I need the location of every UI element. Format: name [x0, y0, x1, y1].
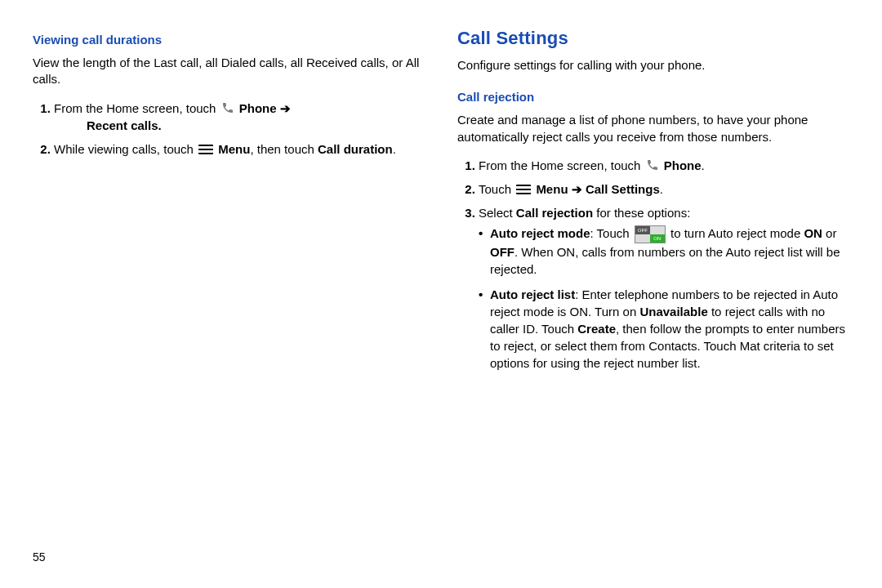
phone-icon [646, 158, 659, 172]
toggle-icon: OFF ON [635, 225, 666, 243]
step-2: While viewing calls, touch Menu, then to… [54, 140, 425, 158]
step2-text-c: , then touch [250, 142, 318, 156]
toggle-blank-bot [635, 234, 650, 243]
r3-b: Call rejection [516, 206, 593, 220]
b1-on: ON [804, 226, 822, 240]
b1-e: or [822, 226, 837, 240]
step2-call-duration: Call duration [318, 142, 393, 156]
r2-callsettings: Call Settings [586, 182, 660, 196]
toggle-on: ON [650, 234, 665, 243]
toggle-off: OFF [635, 226, 650, 234]
r1-c: . [702, 158, 705, 172]
page-number: 55 [33, 518, 425, 564]
opt-auto-reject-list: Auto reject list: Enter telephone number… [479, 286, 849, 372]
call-settings-heading: Call Settings [457, 28, 849, 49]
toggle-blank-top [650, 226, 665, 234]
step2-menu-label: Menu [218, 142, 250, 156]
menu-icon [198, 145, 213, 154]
options-list: Auto reject mode: Touch OFF ON to turn A… [479, 225, 849, 372]
step1-text-a: From the Home screen, touch [54, 101, 220, 115]
menu-icon [516, 185, 531, 194]
b1-c: to turn Auto reject mode [670, 226, 804, 240]
viewing-steps: From the Home screen, touch Phone ➔ Rece… [33, 100, 425, 164]
r1-a: From the Home screen, touch [479, 158, 644, 172]
arrow-icon: ➔ [280, 101, 291, 115]
r2-a: Touch [479, 182, 514, 196]
b1-label: Auto reject mode [490, 226, 590, 240]
viewing-call-durations-heading: Viewing call durations [33, 33, 425, 47]
b1-b: : Touch [590, 226, 633, 240]
b1-g: . When ON, calls from numbers on the Aut… [490, 245, 840, 276]
rstep-2: Touch Menu ➔ Call Settings. [479, 180, 849, 198]
b1-off: OFF [490, 245, 514, 259]
b2-create: Create [577, 322, 616, 336]
call-rejection-heading: Call rejection [457, 90, 849, 104]
step2-text-a: While viewing calls, touch [54, 142, 197, 156]
b2-unavailable: Unavailable [639, 305, 707, 318]
step2-text-e: . [393, 142, 396, 156]
step1-recent-calls: Recent calls. [87, 117, 162, 134]
left-column: Viewing call durations View the length o… [33, 24, 425, 564]
rstep-3: Select Call rejection for these options:… [479, 204, 849, 372]
right-column: Call Settings Configure settings for cal… [457, 24, 849, 564]
r2-menu: Menu [536, 182, 568, 196]
call-rejection-steps: From the Home screen, touch Phone. Touch… [457, 157, 849, 380]
r3-c: for these options: [593, 206, 690, 220]
arrow-icon: ➔ [572, 182, 582, 196]
r1-phone: Phone [664, 158, 702, 172]
call-rejection-intro: Create and manage a list of phone number… [457, 112, 849, 145]
r2-d: . [660, 182, 663, 196]
b2-label: Auto reject list [490, 287, 575, 301]
call-settings-intro: Configure settings for calling with your… [457, 57, 849, 74]
step1-phone-label: Phone [239, 101, 277, 115]
opt-auto-reject-mode: Auto reject mode: Touch OFF ON to turn A… [479, 225, 849, 278]
viewing-intro: View the length of the Last call, all Di… [33, 55, 425, 88]
r3-a: Select [479, 206, 516, 220]
phone-icon [221, 101, 234, 114]
rstep-1: From the Home screen, touch Phone. [479, 157, 849, 174]
step-1: From the Home screen, touch Phone ➔ Rece… [54, 100, 425, 134]
